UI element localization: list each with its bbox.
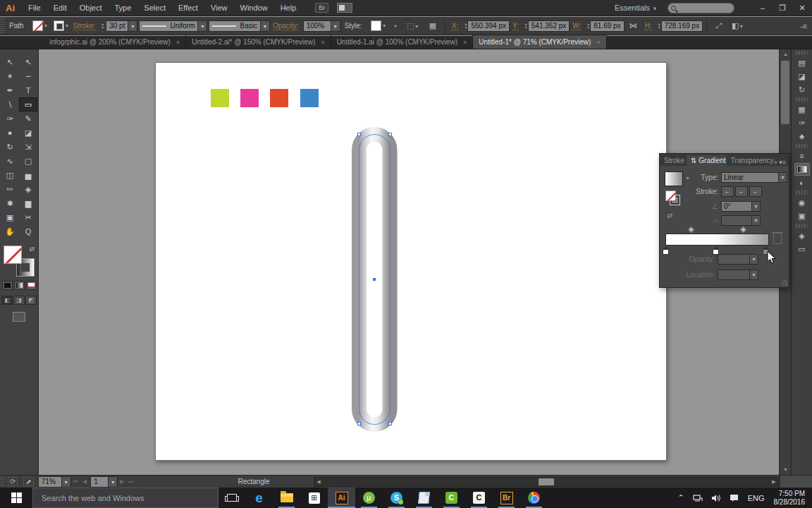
symbols-panel-icon[interactable]: ♣ [794,130,810,143]
rotate-tool[interactable]: ↻ [1,140,19,154]
shape-options-icon[interactable]: ◧▼ [732,21,744,30]
chevron-down-icon[interactable]: ▼ [752,201,761,212]
pen-tool[interactable]: ✒ [1,83,19,97]
h-field[interactable]: 728.169 px [661,20,703,32]
app-search-input[interactable] [668,3,734,13]
blend-tool[interactable]: ◈ [19,182,37,196]
selection-handle[interactable] [388,422,392,425]
scroll-up-icon[interactable]: ▲ [780,49,792,59]
speaker-icon[interactable] [711,494,721,502]
scroll-left-icon[interactable]: ◀ [314,478,323,486]
panel-tab-transparency[interactable]: Transparency [727,155,774,166]
chevron-down-icon[interactable]: ▼ [331,20,340,32]
direct-selection-tool[interactable]: ↖ [19,55,37,69]
menu-edit[interactable]: Edit [47,4,73,12]
selection-handle[interactable] [388,133,392,136]
blue-square[interactable] [300,89,319,107]
chevron-down-icon[interactable]: ▼ [62,476,71,488]
delete-stop-icon[interactable] [773,234,782,244]
vertical-scroll-thumb[interactable] [781,61,789,124]
stroke-link[interactable]: Stroke: [73,22,96,30]
color-panel-icon[interactable]: ▤ [794,56,810,69]
dock-grip[interactable] [796,144,808,148]
menu-select[interactable]: Select [137,4,172,12]
start-button[interactable] [0,488,32,508]
draw-inside-mode[interactable]: ◩ [25,296,37,305]
document-tab[interactable]: infogrphic.ai @ 200% (CMYK/Preview)× [44,35,186,49]
eyedropper-tool[interactable]: ✏ [1,182,19,196]
menu-type[interactable]: Type [109,4,138,12]
gradient-slider-bar[interactable] [665,234,769,246]
x-field[interactable]: 550.394 px [467,20,510,32]
action-center-icon[interactable] [730,494,739,502]
constrain-proportions-icon[interactable]: ⋈ [629,21,637,30]
graphic-styles-panel-icon[interactable]: ▣ [794,210,810,222]
gradient-swatch-thumbnail[interactable] [665,171,683,186]
chevron-down-icon[interactable]: ▼ [381,20,388,31]
eraser-tool[interactable]: ◪ [19,126,37,140]
dock-grip[interactable] [796,97,808,102]
rounded-rect-path[interactable] [344,119,407,436]
line-segment-tool[interactable]: ∖ [1,97,19,111]
fill-color-swatch[interactable] [32,20,43,31]
network-icon[interactable] [693,494,703,502]
chevron-down-icon[interactable]: ▼ [64,20,70,31]
arrange-documents-icon[interactable] [337,3,352,13]
horizontal-scrollbar[interactable]: ◀ ▶ [314,477,779,487]
opacity-link[interactable]: Opacity: [273,22,299,30]
document-setup-icon[interactable]: ◔ [393,22,398,30]
align-options-icon[interactable]: ▦ [429,21,436,30]
column-graph-tool[interactable]: ▅ [19,168,37,182]
clock[interactable]: 7:50 PM 8/28/2016 [774,490,806,507]
blob-brush-tool[interactable]: ● [1,126,19,140]
prev-artboard-icon[interactable]: ◀ [82,478,87,485]
gradient-angle-field[interactable]: 0° [721,201,752,212]
type-tool[interactable]: T [19,83,37,97]
dock-grip[interactable] [796,224,808,228]
gradient-panel-icon[interactable] [794,163,810,176]
transform-icon[interactable]: ⤢ [715,21,722,30]
stroke-gradient-along-icon[interactable]: ⌐ [735,186,748,197]
menu-window[interactable]: Window [234,4,274,12]
none-button[interactable] [26,281,37,290]
color-guide-panel-icon[interactable]: ◪ [794,70,810,83]
select-similar-icon[interactable]: ⬚▼ [407,21,419,30]
dock-grip[interactable] [796,190,808,195]
panel-grip[interactable] [0,17,5,35]
stroke-weight-field[interactable]: 30 pt [106,20,128,32]
export-icon[interactable]: ⬈ [23,477,33,486]
sync-settings-icon[interactable]: ⟳ [8,477,18,486]
brushes-panel-icon[interactable]: ✑ [794,116,810,129]
gradient-button[interactable] [14,281,25,290]
w-field[interactable]: 81.69 px [590,20,624,32]
stroke-gradient-within-icon[interactable]: ⌐ [721,186,734,197]
taskbar-camtasia-recorder[interactable]: C [465,488,493,508]
symbol-sprayer-tool[interactable]: ✱ [1,196,19,210]
screen-mode-button[interactable] [13,312,25,322]
lasso-tool[interactable]: ∽ [19,69,37,83]
restore-button[interactable]: ❐ [773,1,792,15]
artboard[interactable] [155,62,667,461]
shape-builder-tool[interactable]: ◫ [1,168,19,182]
workspace-switcher[interactable]: Essentials ▼ [615,4,658,12]
panel-menu-icon[interactable]: -≡ [800,22,807,30]
panel-tab-stroke[interactable]: Stroke [660,155,687,166]
hand-tool[interactable]: ✋ [1,224,19,238]
taskbar-file-explorer[interactable] [273,488,300,508]
dock-grip[interactable] [796,51,808,55]
color-button[interactable] [2,281,13,290]
taskbar-chrome[interactable] [520,488,548,508]
panel-tab-gradient[interactable]: ⇅ Gradient [687,155,727,166]
panel-menu-icon[interactable]: » ▾≡ [774,159,789,166]
chevron-down-icon[interactable]: ▼ [109,476,118,488]
gradient-stop[interactable] [663,246,669,255]
recolor-artwork-icon[interactable]: ↻ [794,83,810,96]
horizontal-scroll-thumb[interactable] [539,478,554,485]
width-profile-select[interactable]: Uniform▼ [139,20,207,32]
tray-expand-icon[interactable]: ⌃ [677,493,684,502]
fill-none-proxy-icon[interactable] [665,190,676,201]
width-tool[interactable]: ∿ [1,154,19,168]
stroke-weight-stepper[interactable]: ▲▼ [101,23,104,30]
document-tab[interactable]: Untitled-1* @ 71% (CMYK/Preview)× [473,35,606,49]
close-tab-icon[interactable]: × [463,39,467,46]
